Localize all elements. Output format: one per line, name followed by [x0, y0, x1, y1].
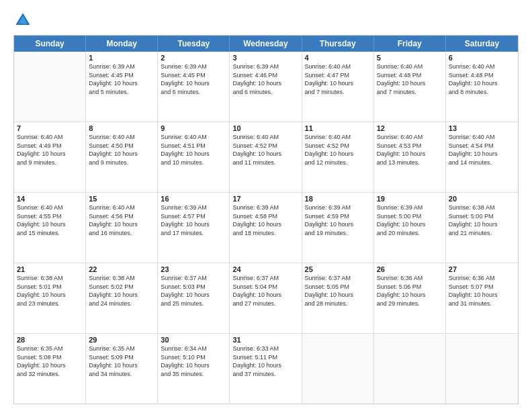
day-info: Sunrise: 6:39 AM Sunset: 4:58 PM Dayligh… — [232, 203, 298, 237]
day-info: Sunrise: 6:34 AM Sunset: 5:10 PM Dayligh… — [161, 345, 226, 378]
calendar: SundayMondayTuesdayWednesdayThursdayFrid… — [13, 35, 519, 404]
day-number: 23 — [161, 265, 226, 273]
logo-icon — [13, 11, 32, 30]
day-number: 12 — [377, 124, 443, 132]
calendar-header-cell: Friday — [374, 36, 446, 52]
day-number: 8 — [89, 124, 154, 132]
calendar-header-cell: Thursday — [302, 36, 374, 52]
day-number: 22 — [89, 265, 154, 273]
calendar-cell: 9Sunrise: 6:40 AM Sunset: 4:51 PM Daylig… — [158, 122, 230, 192]
day-info: Sunrise: 6:40 AM Sunset: 4:50 PM Dayligh… — [89, 133, 154, 167]
day-number: 26 — [377, 265, 443, 273]
calendar-cell: 7Sunrise: 6:40 AM Sunset: 4:49 PM Daylig… — [14, 122, 86, 192]
day-info: Sunrise: 6:39 AM Sunset: 4:57 PM Dayligh… — [161, 203, 226, 237]
calendar-cell: 11Sunrise: 6:40 AM Sunset: 4:52 PM Dayli… — [302, 122, 374, 192]
calendar-cell: 19Sunrise: 6:39 AM Sunset: 5:00 PM Dayli… — [374, 193, 446, 263]
calendar-cell: 22Sunrise: 6:38 AM Sunset: 5:02 PM Dayli… — [86, 263, 158, 333]
day-info: Sunrise: 6:39 AM Sunset: 4:45 PM Dayligh… — [161, 62, 226, 96]
header — [13, 11, 519, 30]
day-info: Sunrise: 6:33 AM Sunset: 5:11 PM Dayligh… — [232, 345, 298, 378]
calendar-cell: 10Sunrise: 6:40 AM Sunset: 4:52 PM Dayli… — [230, 122, 302, 192]
calendar-cell: 13Sunrise: 6:40 AM Sunset: 4:54 PM Dayli… — [446, 122, 518, 192]
calendar-cell: 27Sunrise: 6:36 AM Sunset: 5:07 PM Dayli… — [446, 263, 518, 333]
day-info: Sunrise: 6:37 AM Sunset: 5:04 PM Dayligh… — [232, 274, 298, 308]
calendar-cell: 16Sunrise: 6:39 AM Sunset: 4:57 PM Dayli… — [158, 193, 230, 263]
day-number: 27 — [449, 265, 515, 273]
day-info: Sunrise: 6:40 AM Sunset: 4:53 PM Dayligh… — [377, 133, 443, 167]
day-info: Sunrise: 6:38 AM Sunset: 5:00 PM Dayligh… — [449, 203, 515, 237]
calendar-header-cell: Monday — [86, 36, 158, 52]
day-info: Sunrise: 6:36 AM Sunset: 5:06 PM Dayligh… — [377, 274, 443, 308]
day-number: 25 — [305, 265, 371, 273]
calendar-cell: 3Sunrise: 6:39 AM Sunset: 4:46 PM Daylig… — [230, 52, 302, 122]
calendar-cell: 28Sunrise: 6:35 AM Sunset: 5:08 PM Dayli… — [14, 334, 86, 404]
calendar-cell: 2Sunrise: 6:39 AM Sunset: 4:45 PM Daylig… — [158, 52, 230, 122]
calendar-cell: 4Sunrise: 6:40 AM Sunset: 4:47 PM Daylig… — [302, 52, 374, 122]
calendar-cell: 23Sunrise: 6:37 AM Sunset: 5:03 PM Dayli… — [158, 263, 230, 333]
day-number: 17 — [232, 195, 298, 203]
calendar-cell: 25Sunrise: 6:37 AM Sunset: 5:05 PM Dayli… — [302, 263, 374, 333]
calendar-cell: 8Sunrise: 6:40 AM Sunset: 4:50 PM Daylig… — [86, 122, 158, 192]
logo — [13, 11, 35, 30]
day-info: Sunrise: 6:40 AM Sunset: 4:55 PM Dayligh… — [17, 203, 83, 237]
page: SundayMondayTuesdayWednesdayThursdayFrid… — [0, 0, 532, 411]
day-number: 13 — [449, 124, 515, 132]
calendar-cell: 17Sunrise: 6:39 AM Sunset: 4:58 PM Dayli… — [230, 193, 302, 263]
day-number: 31 — [232, 336, 298, 344]
day-info: Sunrise: 6:40 AM Sunset: 4:47 PM Dayligh… — [305, 62, 371, 96]
day-info: Sunrise: 6:39 AM Sunset: 4:46 PM Dayligh… — [232, 62, 298, 96]
day-number: 1 — [89, 54, 154, 62]
day-info: Sunrise: 6:40 AM Sunset: 4:51 PM Dayligh… — [161, 133, 226, 167]
day-number: 20 — [449, 195, 515, 203]
calendar-header-cell: Tuesday — [158, 36, 230, 52]
calendar-cell: 12Sunrise: 6:40 AM Sunset: 4:53 PM Dayli… — [374, 122, 446, 192]
calendar-cell — [374, 334, 446, 404]
day-number: 29 — [89, 336, 154, 344]
day-number: 24 — [232, 265, 298, 273]
day-info: Sunrise: 6:39 AM Sunset: 4:59 PM Dayligh… — [305, 203, 371, 237]
day-info: Sunrise: 6:35 AM Sunset: 5:09 PM Dayligh… — [89, 345, 154, 378]
day-info: Sunrise: 6:40 AM Sunset: 4:56 PM Dayligh… — [89, 203, 154, 237]
day-info: Sunrise: 6:40 AM Sunset: 4:48 PM Dayligh… — [449, 62, 515, 96]
day-number: 6 — [449, 54, 515, 62]
day-number: 18 — [305, 195, 371, 203]
calendar-cell: 1Sunrise: 6:39 AM Sunset: 4:45 PM Daylig… — [86, 52, 158, 122]
day-number: 7 — [17, 124, 83, 132]
day-info: Sunrise: 6:39 AM Sunset: 5:00 PM Dayligh… — [377, 203, 443, 237]
day-number: 19 — [377, 195, 443, 203]
calendar-cell: 6Sunrise: 6:40 AM Sunset: 4:48 PM Daylig… — [446, 52, 518, 122]
day-number: 30 — [161, 336, 226, 344]
day-info: Sunrise: 6:40 AM Sunset: 4:49 PM Dayligh… — [17, 133, 83, 167]
day-info: Sunrise: 6:39 AM Sunset: 4:45 PM Dayligh… — [89, 62, 154, 96]
calendar-cell: 26Sunrise: 6:36 AM Sunset: 5:06 PM Dayli… — [374, 263, 446, 333]
day-number: 10 — [232, 124, 298, 132]
day-number: 9 — [161, 124, 226, 132]
calendar-cell: 20Sunrise: 6:38 AM Sunset: 5:00 PM Dayli… — [446, 193, 518, 263]
calendar-row: 28Sunrise: 6:35 AM Sunset: 5:08 PM Dayli… — [14, 333, 518, 404]
day-info: Sunrise: 6:40 AM Sunset: 4:52 PM Dayligh… — [305, 133, 371, 167]
day-number: 15 — [89, 195, 154, 203]
day-number: 14 — [17, 195, 83, 203]
calendar-cell — [302, 334, 374, 404]
day-info: Sunrise: 6:40 AM Sunset: 4:52 PM Dayligh… — [232, 133, 298, 167]
calendar-row: 21Sunrise: 6:38 AM Sunset: 5:01 PM Dayli… — [14, 263, 518, 333]
day-number: 5 — [377, 54, 443, 62]
day-info: Sunrise: 6:40 AM Sunset: 4:48 PM Dayligh… — [377, 62, 443, 96]
day-number: 28 — [17, 336, 83, 344]
day-info: Sunrise: 6:36 AM Sunset: 5:07 PM Dayligh… — [449, 274, 515, 308]
calendar-cell: 5Sunrise: 6:40 AM Sunset: 4:48 PM Daylig… — [374, 52, 446, 122]
day-info: Sunrise: 6:40 AM Sunset: 4:54 PM Dayligh… — [449, 133, 515, 167]
calendar-cell: 14Sunrise: 6:40 AM Sunset: 4:55 PM Dayli… — [14, 193, 86, 263]
day-number: 2 — [161, 54, 226, 62]
calendar-cell: 18Sunrise: 6:39 AM Sunset: 4:59 PM Dayli… — [302, 193, 374, 263]
day-info: Sunrise: 6:38 AM Sunset: 5:02 PM Dayligh… — [89, 274, 154, 308]
day-number: 11 — [305, 124, 371, 132]
calendar-cell: 15Sunrise: 6:40 AM Sunset: 4:56 PM Dayli… — [86, 193, 158, 263]
calendar-cell: 30Sunrise: 6:34 AM Sunset: 5:10 PM Dayli… — [158, 334, 230, 404]
calendar-row: 1Sunrise: 6:39 AM Sunset: 4:45 PM Daylig… — [14, 52, 518, 122]
day-number: 4 — [305, 54, 371, 62]
day-number: 16 — [161, 195, 226, 203]
calendar-cell: 31Sunrise: 6:33 AM Sunset: 5:11 PM Dayli… — [230, 334, 302, 404]
day-info: Sunrise: 6:37 AM Sunset: 5:05 PM Dayligh… — [305, 274, 371, 308]
day-info: Sunrise: 6:37 AM Sunset: 5:03 PM Dayligh… — [161, 274, 226, 308]
